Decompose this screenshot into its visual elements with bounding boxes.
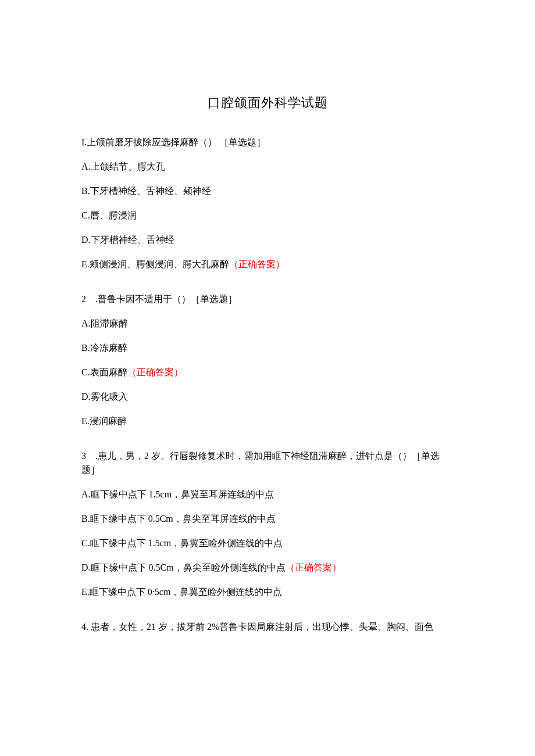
question-1-correct-label: （正确答案）	[229, 259, 285, 269]
question-3-correct-label: （正确答案）	[286, 562, 341, 572]
question-4-prompt: 4. 患者，女性，21 岁，拔牙前 2%普鲁卡因局麻注射后，出现心悸、头晕、胸闷…	[81, 620, 454, 634]
question-3: 3 .患儿，男，2 岁。行唇裂修复术时，需加用眶下神经阻滞麻醉，进针点是（）［单…	[81, 449, 454, 599]
question-2-option-e: E.浸润麻醉	[81, 414, 454, 428]
question-1-option-d: D.下牙槽神经、舌神经	[81, 233, 454, 247]
question-3-option-a: A.眶下缘中点下 1.5cm，鼻翼至耳屏连线的中点	[81, 488, 454, 501]
question-2-option-b: B.冷冻麻醉	[81, 341, 454, 355]
question-2-option-c: C.表面麻醉（正确答案）	[81, 366, 454, 379]
question-1-option-e-text: E.颊侧浸润、腭侧浸润、腭大孔麻醉	[81, 259, 229, 269]
question-2-option-a: A.阻滞麻醉	[81, 317, 454, 331]
question-1-option-a: A.上颌结节、腭大孔	[81, 160, 454, 174]
question-3-prompt: 3 .患儿，男，2 岁。行唇裂修复术时，需加用眶下神经阻滞麻醉，进针点是（）［单…	[81, 449, 454, 477]
question-2: 2 .普鲁卡因不适用于（）［单选题］ A.阻滞麻醉 B.冷冻麻醉 C.表面麻醉（…	[81, 292, 454, 428]
question-3-option-d: D.眶下缘中点下 0.5Cm，鼻尖至睑外侧连线的中点（正确答案）	[81, 561, 454, 575]
question-2-option-d: D.雾化吸入	[81, 390, 454, 404]
question-3-option-d-text: D.眶下缘中点下 0.5Cm，鼻尖至睑外侧连线的中点	[81, 562, 286, 572]
question-1-prompt: I.上颌前磨牙拔除应选择麻醉（） ［单选题］	[81, 135, 454, 149]
question-2-option-c-text: C.表面麻醉	[81, 367, 127, 377]
question-1-option-c: C.唇、腭浸润	[81, 209, 454, 223]
question-3-option-b: B.眶下缘中点下 0.5Cm，鼻尖至耳屏连线的中点	[81, 512, 454, 526]
question-1: I.上颌前磨牙拔除应选择麻醉（） ［单选题］ A.上颌结节、腭大孔 B.下牙槽神…	[81, 135, 454, 271]
question-2-prompt: 2 .普鲁卡因不适用于（）［单选题］	[81, 292, 454, 306]
question-3-option-c: C.眶下缘中点下 1.5cm，鼻翼至睑外侧连线的中点	[81, 536, 454, 550]
question-4: 4. 患者，女性，21 岁，拔牙前 2%普鲁卡因局麻注射后，出现心悸、头晕、胸闷…	[81, 620, 454, 634]
question-1-option-e: E.颊侧浸润、腭侧浸润、腭大孔麻醉（正确答案）	[81, 257, 454, 271]
page-title: 口腔颌面外科学试题	[81, 93, 454, 112]
question-2-correct-label: （正确答案）	[127, 367, 183, 377]
question-1-option-b: B.下牙槽神经、舌神经、颊神经	[81, 184, 454, 198]
question-3-option-e: E.眶下缘中点下 0·5cm，鼻翼至睑外侧连线的中点	[81, 585, 454, 599]
